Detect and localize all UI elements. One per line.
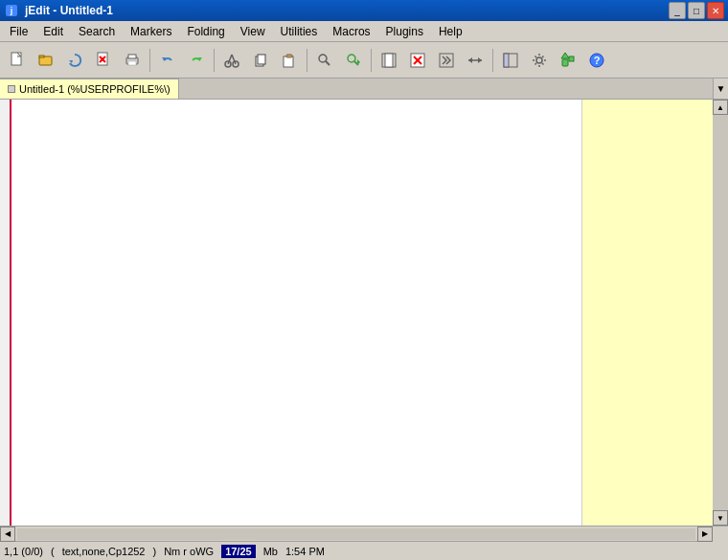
window-controls: _ □ ✕ [669, 2, 724, 19]
redo-button[interactable] [183, 47, 210, 74]
separator-5 [492, 49, 493, 72]
scroll-track[interactable] [713, 115, 728, 510]
svg-line-23 [326, 61, 330, 65]
svg-marker-13 [198, 57, 202, 61]
reload-button[interactable] [61, 47, 88, 74]
svg-marker-12 [162, 57, 166, 61]
svg-rect-39 [562, 59, 568, 66]
horizontal-scrollbar: ◀ ▶ [0, 526, 728, 541]
svg-text:j: j [10, 6, 13, 15]
maximize-button[interactable]: □ [688, 2, 705, 19]
svg-rect-28 [385, 54, 393, 67]
svg-marker-35 [478, 57, 482, 63]
tab-scroll-button[interactable]: ▼ [713, 78, 728, 99]
svg-rect-19 [258, 55, 265, 64]
svg-rect-11 [128, 61, 136, 65]
svg-point-38 [536, 57, 542, 63]
right-panel [581, 100, 713, 526]
scroll-up-button[interactable]: ▲ [713, 100, 728, 115]
menu-search[interactable]: Search [71, 23, 123, 40]
close-file-button[interactable] [90, 47, 117, 74]
menu-plugins[interactable]: Plugins [378, 23, 431, 40]
title-bar-left: j jEdit - Untitled-1 [4, 3, 113, 18]
svg-point-24 [348, 55, 355, 62]
menu-help[interactable]: Help [431, 23, 470, 40]
separator-2 [214, 49, 215, 72]
left-dockable-button[interactable] [497, 47, 524, 74]
separator-3 [307, 49, 307, 72]
tab-indicator [8, 85, 15, 93]
open-button[interactable] [33, 47, 59, 74]
undo-button[interactable] [154, 47, 181, 74]
memory-badge: 17/25 [221, 545, 256, 558]
tab-bar: Untitled-1 (%USERPROFILE%\) ▼ [0, 78, 728, 100]
paste-button[interactable] [276, 47, 303, 74]
vertical-scrollbar[interactable]: ▲ ▼ [713, 100, 728, 526]
close-button[interactable]: ✕ [707, 2, 724, 19]
file-mode: ( [51, 546, 55, 557]
separator-1 [149, 49, 150, 72]
find-next-button[interactable] [340, 47, 367, 74]
file-mode-close: ) [153, 546, 157, 557]
find-button[interactable] [311, 47, 338, 74]
buff-close-button[interactable] [404, 47, 431, 74]
scroll-left-button[interactable]: ◀ [0, 526, 15, 542]
buff-next-button[interactable] [433, 47, 460, 74]
menu-macros[interactable]: Macros [325, 23, 377, 40]
plugin-manager-button[interactable] [555, 47, 581, 74]
copy-button[interactable] [247, 47, 274, 74]
svg-rect-4 [39, 56, 44, 57]
editor-area: ▲ ▼ [0, 100, 728, 526]
separator-4 [371, 49, 372, 72]
title-bar: j jEdit - Untitled-1 _ □ ✕ [0, 0, 728, 21]
settings-button[interactable] [526, 47, 553, 74]
svg-rect-21 [286, 55, 292, 57]
print-button[interactable] [119, 47, 146, 74]
svg-text:?: ? [594, 55, 601, 66]
clock: 1:54 PM [285, 546, 325, 557]
left-gutter [0, 100, 11, 526]
tab-label: Untitled-1 (%USERPROFILE%\) [19, 83, 171, 95]
menu-utilities[interactable]: Utilities [273, 23, 326, 40]
menu-folding[interactable]: Folding [179, 23, 232, 40]
cut-button[interactable] [218, 47, 245, 74]
mode-extra: Nm r oWG [164, 546, 214, 557]
menu-edit[interactable]: Edit [35, 23, 71, 40]
minimize-button[interactable]: _ [669, 2, 686, 19]
scroll-down-button[interactable]: ▼ [713, 510, 728, 526]
scroll-right-button[interactable]: ▶ [697, 526, 713, 542]
svg-rect-37 [504, 54, 509, 67]
svg-marker-40 [561, 53, 569, 58]
hscroll-track[interactable] [17, 528, 695, 540]
buff-prev-button[interactable] [375, 47, 402, 74]
menu-view[interactable]: View [233, 23, 273, 40]
new-button[interactable] [4, 47, 31, 74]
svg-rect-20 [284, 56, 293, 67]
svg-rect-10 [128, 55, 136, 58]
menu-file[interactable]: File [2, 23, 35, 40]
status-bar: 1,1 (0/0) ( text,none,Cp1252 ) Nm r oWG … [0, 541, 728, 560]
tab-untitled-1[interactable]: Untitled-1 (%USERPROFILE%\) [0, 78, 179, 99]
svg-rect-41 [569, 56, 574, 61]
help-button[interactable]: ? [583, 47, 610, 74]
toolbar: ? [0, 42, 728, 78]
app-icon: j [4, 3, 19, 18]
scrollbar-corner [713, 526, 728, 542]
memory-unit: Mb [263, 546, 278, 557]
svg-marker-5 [69, 60, 73, 63]
cursor-position: 1,1 (0/0) [4, 546, 43, 557]
menu-markers[interactable]: Markers [123, 23, 179, 40]
svg-point-22 [319, 55, 327, 62]
menu-bar: File Edit Search Markers Folding View Ut… [0, 21, 728, 42]
file-mode-value: text,none,Cp1252 [62, 546, 146, 557]
editor-text-area[interactable] [11, 100, 581, 526]
svg-marker-34 [468, 57, 472, 63]
window-title: jEdit - Untitled-1 [25, 4, 113, 17]
buff-swap-button[interactable] [462, 47, 489, 74]
